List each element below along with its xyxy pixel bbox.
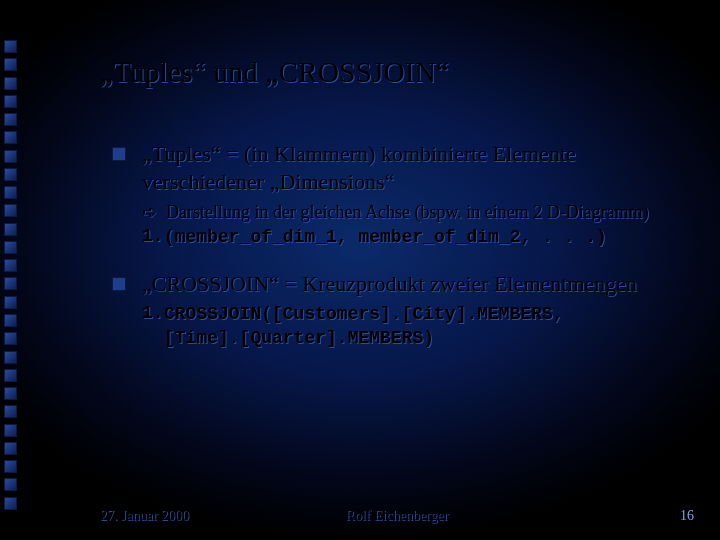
footer-author: Rolf Eichenberger [346, 508, 449, 524]
bullet-item: „Tuples“ = (in Klammern) kombinierte Ele… [112, 140, 696, 195]
bullet-square-icon [112, 147, 126, 161]
footer-date: 27. Januar 2000 [100, 508, 189, 524]
code-number: 1. [142, 303, 164, 323]
bullet-item: „CROSSJOIN“ = Kreuzprodukt zweier Elemen… [112, 270, 696, 298]
code-line: CROSSJOIN([Customers].[City].MEMBERS, [T… [164, 303, 564, 350]
sub-note: Darstellung in der gleichen Achse (bspw.… [166, 201, 649, 224]
bullet-text: „Tuples“ = (in Klammern) kombinierte Ele… [142, 140, 696, 195]
decorative-rail [4, 40, 18, 510]
bullet-text: „CROSSJOIN“ = Kreuzprodukt zweier Elemen… [142, 270, 637, 298]
code-line: (member_of_dim_1, member_of_dim_2, . . .… [164, 226, 607, 249]
bullet-square-icon [112, 277, 126, 291]
footer-page-number: 16 [680, 508, 694, 524]
arrow-right-icon: ➪ [142, 201, 160, 224]
bullet-subblock: 1. CROSSJOIN([Customers].[City].MEMBERS,… [142, 303, 696, 350]
slide-body: „Tuples“ = (in Klammern) kombinierte Ele… [112, 140, 696, 370]
code-number: 1. [142, 226, 164, 246]
slide-title: „Tuples“ und „CROSSJOIN“ [100, 56, 449, 89]
bullet-subblock: ➪ Darstellung in der gleichen Achse (bsp… [142, 201, 696, 250]
slide-footer: 27. Januar 2000 Rolf Eichenberger 16 [100, 508, 694, 524]
slide: „Tuples“ und „CROSSJOIN“ „Tuples“ = (in … [0, 0, 720, 540]
